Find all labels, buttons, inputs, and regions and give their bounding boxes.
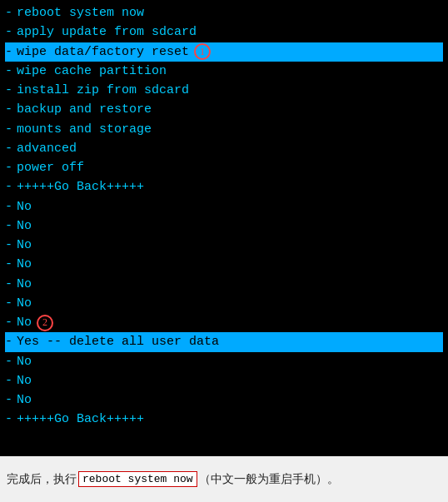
menu-item-wipe-cache[interactable]: -wipe cache partition <box>5 62 443 81</box>
menu-dash: - <box>5 22 13 42</box>
menu-item-power-off[interactable]: -power off <box>5 158 443 177</box>
menu-dash: - <box>5 410 13 429</box>
menu-dash: - <box>5 120 13 139</box>
badge-1: 1 <box>194 43 211 60</box>
menu-dash: - <box>5 313 13 332</box>
menu-label: power off <box>17 158 84 177</box>
menu-label: No <box>17 275 32 294</box>
menu-item-go-back-1[interactable]: -+++++Go Back+++++ <box>5 177 443 196</box>
menu-dash: - <box>5 371 13 390</box>
footer-text: 完成后，执行 reboot system now （中文一般为重启手机）。 <box>0 456 448 502</box>
menu-item-yes-delete[interactable]: - Yes -- delete all user data <box>5 332 443 351</box>
menu-item-advanced[interactable]: -advanced <box>5 139 443 158</box>
menu-label: reboot system now <box>17 3 144 22</box>
menu-item-wipe-data[interactable]: -wipe data/factory reset1 <box>5 42 443 62</box>
menu-item-no-8[interactable]: - No <box>5 352 443 371</box>
menu-label: No <box>17 371 32 390</box>
menu-dash: - <box>5 255 13 274</box>
menu-dash: - <box>5 390 13 410</box>
menu-label: No <box>17 294 32 313</box>
menu-item-no-2[interactable]: - No <box>5 216 443 236</box>
menu-dash: - <box>5 236 13 255</box>
menu-item-no-7[interactable]: - No2 <box>5 313 443 332</box>
menu-dash: - <box>5 352 13 371</box>
menu-label: No <box>17 255 32 274</box>
menu-label: +++++Go Back+++++ <box>17 410 144 429</box>
menu-item-install-zip[interactable]: -install zip from sdcard <box>5 81 443 100</box>
footer-suffix: （中文一般为重启手机）。 <box>199 472 339 487</box>
menu-dash: - <box>5 62 13 81</box>
menu-dash: - <box>5 177 13 196</box>
menu-dash: - <box>5 158 13 177</box>
menu-label: No <box>17 197 32 216</box>
menu-label: backup and restore <box>17 100 152 119</box>
menu-label: +++++Go Back+++++ <box>17 177 144 196</box>
menu-dash: - <box>5 3 13 22</box>
menu-item-no-3[interactable]: - No <box>5 236 443 255</box>
menu-label: No <box>17 236 32 255</box>
menu-item-apply-update[interactable]: -apply update from sdcard <box>5 22 443 42</box>
menu-label: advanced <box>17 139 77 158</box>
menu-dash: - <box>5 294 13 313</box>
menu-item-no-6[interactable]: - No <box>5 294 443 313</box>
menu-dash: - <box>5 332 13 351</box>
menu-label: mounts and storage <box>17 120 152 139</box>
menu-label: No <box>17 216 32 236</box>
menu-dash: - <box>5 139 13 158</box>
menu-dash: - <box>5 100 13 119</box>
menu-item-no-1[interactable]: - No <box>5 197 443 216</box>
menu-label: No <box>17 352 32 371</box>
menu-label: No <box>17 390 32 410</box>
badge-2: 2 <box>37 315 53 331</box>
menu-item-backup-restore[interactable]: -backup and restore <box>5 100 443 119</box>
footer-code: reboot system now <box>78 471 197 487</box>
menu-dash: - <box>5 275 13 294</box>
terminal-screen: -reboot system now-apply update from sdc… <box>0 0 448 456</box>
menu-dash: - <box>5 216 13 236</box>
menu-label: apply update from sdcard <box>17 22 197 42</box>
menu-item-no-4[interactable]: - No <box>5 255 443 274</box>
menu-item-mounts-storage[interactable]: -mounts and storage <box>5 120 443 139</box>
menu-dash: - <box>5 42 13 62</box>
menu-item-go-back-2[interactable]: -+++++Go Back+++++ <box>5 410 443 429</box>
menu-item-no-10[interactable]: - No <box>5 390 443 410</box>
menu-item-reboot-system-now[interactable]: -reboot system now <box>5 3 443 22</box>
menu-item-no-5[interactable]: - No <box>5 275 443 294</box>
menu-label: No <box>17 313 32 332</box>
menu-label: wipe data/factory reset <box>17 42 189 62</box>
menu-label: install zip from sdcard <box>17 81 189 100</box>
menu-dash: - <box>5 197 13 216</box>
menu-item-no-9[interactable]: - No <box>5 371 443 390</box>
footer-prefix: 完成后，执行 <box>7 472 77 487</box>
menu-dash: - <box>5 81 13 100</box>
menu-label: Yes -- delete all user data <box>17 332 219 351</box>
menu-label: wipe cache partition <box>17 62 167 81</box>
